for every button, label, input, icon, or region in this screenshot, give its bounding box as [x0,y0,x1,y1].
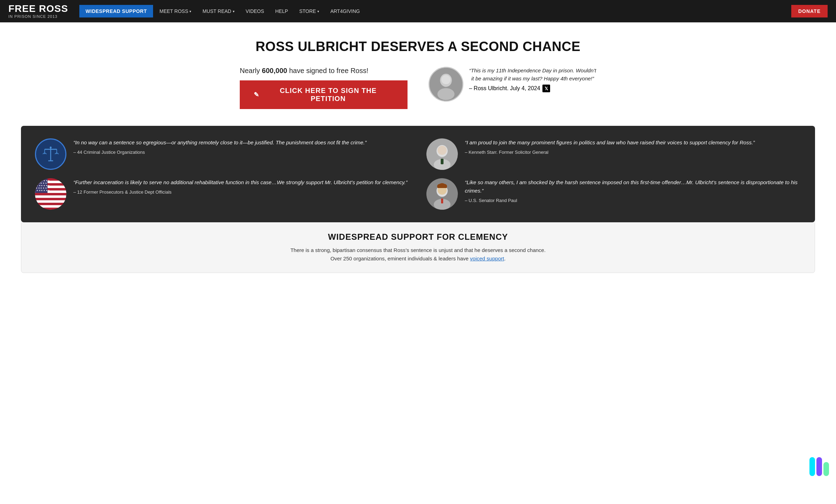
widespread-line1: There is a strong, bipartisan consensus … [35,246,801,254]
petition-button[interactable]: ✎ CLICK HERE TO SIGN THE PETITION [240,80,408,109]
hero-right: “This is my 11th Independence Day in pri… [428,67,596,102]
nav-links: WIDESPREAD SUPPORT MEET ROSS ▾ MUST READ… [79,5,791,17]
svg-text:★ ★ ★ ★ ★ ★: ★ ★ ★ ★ ★ ★ [36,189,50,192]
svg-text:★ ★ ★ ★ ★ ★: ★ ★ ★ ★ ★ ★ [36,185,50,187]
nav-widespread[interactable]: WIDESPREAD SUPPORT [79,5,153,17]
svg-rect-26 [35,200,66,203]
widespread-line2: Over 250 organizations, eminent individu… [35,254,801,263]
us-flag-icon: ★ ★ ★ ★ ★ ★ ★ ★ ★ ★ ★ ★ ★ ★ ★ ★ ★ ★ ★ ★ … [35,178,66,210]
kenneth-avatar [426,138,458,170]
testimonial-prosecutors: ★ ★ ★ ★ ★ ★ ★ ★ ★ ★ ★ ★ ★ ★ ★ ★ ★ ★ ★ ★ … [35,178,410,210]
chevron-down-icon: ▾ [233,9,235,13]
testimonial-scales-text: “In no way can a sentence so egregious—o… [73,138,367,155]
widespread-section: WIDESPREAD SUPPORT FOR CLEMENCY There is… [21,222,815,273]
svg-text:★ ★ ★ ★ ★: ★ ★ ★ ★ ★ [36,182,47,184]
svg-rect-24 [35,195,66,198]
ross-photo-svg [430,67,462,102]
svg-rect-17 [35,178,66,181]
svg-text:★ ★ ★ ★ ★: ★ ★ ★ ★ ★ [36,187,47,189]
testimonial-rand: “Like so many others, I am shocked by th… [426,178,801,210]
svg-point-2 [438,88,455,100]
nav-store[interactable]: STORE ▾ [294,5,324,17]
ross-quote-block: “This is my 11th Independence Day in pri… [469,67,596,92]
testimonial-kenneth: “I am proud to join the many prominent f… [426,138,801,170]
svg-rect-27 [35,203,66,205]
svg-rect-40 [441,199,443,203]
ross-avatar [428,67,463,102]
nav-help[interactable]: HELP [271,5,293,17]
svg-rect-14 [441,159,444,164]
chevron-down-icon: ▾ [317,9,319,13]
x-social-icon: 𝕏 [542,85,550,92]
chevron-down-icon: ▾ [189,9,191,13]
svg-point-6 [50,146,51,148]
signed-count-text: Nearly 600,000 have signed to free Ross! [240,67,368,75]
testimonials-section: “In no way can a sentence so egregious—o… [21,126,815,222]
nav-must-read[interactable]: MUST READ ▾ [197,5,239,17]
widespread-title: WIDESPREAD SUPPORT FOR CLEMENCY [35,232,801,242]
voiced-support-link[interactable]: voiced support [470,255,504,261]
hero-content: Nearly 600,000 have signed to free Ross!… [226,67,610,109]
testimonial-rand-text: “Like so many others, I am shocked by th… [465,178,801,203]
nav-meet-ross[interactable]: MEET ROSS ▾ [154,5,196,17]
testimonial-kenneth-text: “I am proud to join the many prominent f… [465,138,755,155]
svg-text:★ ★ ★ ★ ★ ★: ★ ★ ★ ★ ★ ★ [36,180,50,182]
site-logo[interactable]: FREE ROSS IN PRISON SINCE 2013 [8,4,68,19]
svg-rect-25 [35,198,66,200]
svg-rect-23 [35,193,66,195]
logo-title: FREE ROSS [8,4,68,14]
ross-quote-attribution: – Ross Ulbricht. July 4, 2024 𝕏 [469,85,596,92]
ross-quote-text: “This is my 11th Independence Day in pri… [469,67,596,82]
testimonial-prosecutors-text: “Further incarceration is likely to serv… [73,178,408,195]
nav-art4giving[interactable]: ART4GIVING [325,5,365,17]
scales-icon [35,138,66,170]
hero-title: ROSS ULBRICHT DESERVES A SECOND CHANCE [8,39,828,54]
pencil-icon: ✎ [254,91,259,99]
testimonial-scales: “In no way can a sentence so egregious—o… [35,138,410,170]
hero-left: Nearly 600,000 have signed to free Ross!… [240,67,408,109]
logo-subtitle: IN PRISON SINCE 2013 [8,14,68,19]
navigation: FREE ROSS IN PRISON SINCE 2013 WIDESPREA… [0,0,836,22]
hero-section: ROSS ULBRICHT DESERVES A SECOND CHANCE N… [0,22,836,117]
svg-point-3 [441,75,451,84]
donate-button[interactable]: DONATE [791,5,828,17]
nav-videos[interactable]: VIDEOS [241,5,269,17]
svg-point-13 [438,146,447,155]
rand-avatar [426,178,458,210]
svg-rect-29 [35,208,66,210]
svg-rect-28 [35,205,66,208]
